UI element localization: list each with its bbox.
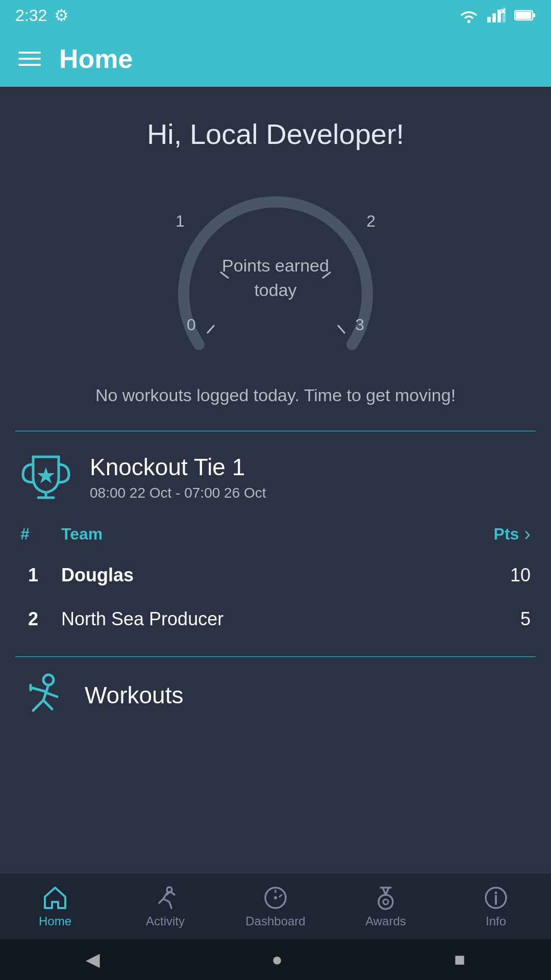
wifi-icon [459,8,479,23]
main-content: Hi, Local Developer! 1 2 0 [0,87,551,873]
workouts-title: Workouts [85,681,183,709]
column-hash: # [20,525,46,544]
workouts-section[interactable]: Workouts [0,657,551,728]
svg-rect-8 [516,12,531,19]
team-name-2: North Sea Producer [61,608,223,630]
no-workouts-message: No workouts logged today. Time to get mo… [0,370,551,431]
team-pts-2: 5 [520,608,531,630]
run-icon [152,885,179,911]
android-nav: ◀ ● ■ [0,939,551,980]
column-pts: Pts [494,525,519,544]
nav-item-info[interactable]: Info [441,885,551,928]
bottom-nav: Home Activity Dashboard Awards [0,873,551,939]
signal-icon [487,8,506,23]
gauge-tick-3: 3 [355,315,364,334]
recents-button[interactable]: ■ [454,949,465,970]
nav-item-dashboard[interactable]: Dashboard [220,885,331,928]
svg-point-0 [467,20,470,23]
svg-line-31 [386,888,389,895]
svg-line-23 [43,700,52,709]
hamburger-menu-button[interactable] [18,52,41,66]
home-icon [42,885,68,911]
gauge-container: 1 2 0 3 Points earned today [168,181,383,365]
svg-rect-9 [533,13,535,17]
svg-point-33 [383,899,388,904]
chevron-right-icon[interactable]: › [524,523,531,545]
status-bar: 2:32 ⚙ [0,0,551,31]
battery-icon [514,8,536,22]
svg-line-21 [46,693,57,697]
svg-point-29 [379,895,393,909]
svg-rect-1 [487,17,491,22]
nav-item-activity[interactable]: Activity [110,885,220,928]
nav-label-dashboard: Dashboard [245,914,305,928]
competition-info: Knockout Tie 1 08:00 22 Oct - 07:00 26 O… [90,453,266,501]
leaderboard-header-left: # Team [20,525,103,544]
competition-dates: 08:00 22 Oct - 07:00 26 Oct [90,485,266,501]
greeting-section: Hi, Local Developer! [0,87,551,171]
nav-label-home: Home [39,914,71,928]
team-name-1: Douglas [61,565,134,586]
team-pts-1: 10 [510,565,531,586]
workout-icon [20,672,66,718]
svg-rect-2 [492,13,496,22]
app-bar: Home [0,31,551,87]
svg-rect-3 [497,10,501,22]
column-team: Team [61,525,103,544]
competition-header: Knockout Tie 1 08:00 22 Oct - 07:00 26 O… [20,452,531,503]
rank-2: 2 [20,608,46,630]
nav-label-info: Info [486,914,506,928]
status-left: 2:32 ⚙ [15,6,69,25]
gauge-label-line1: Points earned [222,256,329,275]
gauge-tick-0: 0 [187,315,196,334]
leaderboard-row-2: 2 North Sea Producer 5 [20,597,531,641]
svg-line-22 [33,700,43,710]
gauge-tick-2: 2 [366,212,375,231]
nav-label-awards: Awards [365,914,406,928]
gauge-label: Points earned today [222,254,329,302]
leaderboard-row: 1 Douglas 10 [20,553,531,597]
svg-point-26 [274,896,277,899]
status-right [459,8,536,23]
leaderboard-row-left-1: 1 Douglas [20,565,134,586]
home-button[interactable]: ● [271,949,283,970]
greeting-text: Hi, Local Developer! [147,118,404,150]
nav-label-activity: Activity [146,914,185,928]
leaderboard-row-left-2: 2 North Sea Producer [20,608,223,630]
gauge-tick-1: 1 [176,212,185,231]
settings-icon: ⚙ [54,6,69,25]
svg-line-28 [280,895,282,897]
competition-name: Knockout Tie 1 [90,453,266,481]
dashboard-icon [262,885,289,911]
svg-line-19 [31,688,46,692]
back-button[interactable]: ◀ [86,949,100,970]
page-title: Home [59,43,133,74]
svg-point-17 [43,675,54,685]
gauge-section: 1 2 0 3 Points earned today [0,171,551,370]
competition-section[interactable]: Knockout Tie 1 08:00 22 Oct - 07:00 26 O… [0,431,551,656]
medal-icon [372,885,399,911]
trophy-icon [20,452,71,503]
leaderboard-header[interactable]: # Team Pts › [20,518,531,553]
nav-item-awards[interactable]: Awards [331,885,441,928]
no-workouts-text: No workouts logged today. Time to get mo… [95,385,456,405]
gauge-label-line2: today [254,280,296,300]
leaderboard-header-right[interactable]: Pts › [494,523,531,545]
rank-1: 1 [20,565,46,586]
status-time: 2:32 [15,6,47,25]
svg-point-36 [495,891,497,894]
svg-marker-16 [37,467,55,483]
info-icon [483,885,509,911]
nav-item-home[interactable]: Home [0,885,110,928]
